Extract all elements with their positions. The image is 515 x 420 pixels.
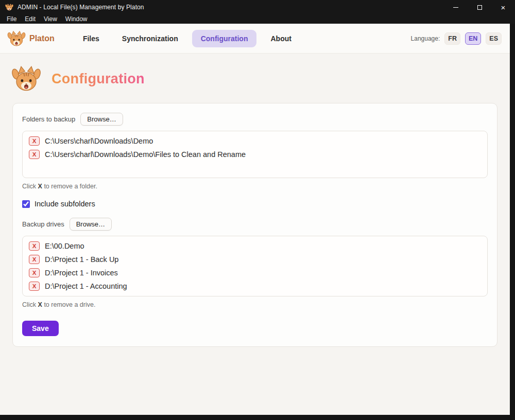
language-switcher: Language: FR EN ES bbox=[411, 32, 502, 45]
brand-name: Platon bbox=[29, 34, 55, 43]
window-title: ADMIN - Local File(s) Management by Plat… bbox=[18, 4, 144, 11]
maximize-button[interactable] bbox=[468, 0, 491, 14]
language-en-button[interactable]: EN bbox=[465, 32, 481, 45]
folder-row: X C:\Users\charl\Downloads\Demo bbox=[29, 136, 481, 146]
hint-text: to remove a drive. bbox=[42, 301, 96, 308]
drives-list: X E:\00.Demo X D:\Project 1 - Back Up X … bbox=[22, 236, 488, 296]
folder-path: C:\Users\charl\Downloads\Demo\Files to C… bbox=[45, 150, 246, 159]
hint-text: Click bbox=[22, 183, 38, 190]
nav-synchronization[interactable]: Synchronization bbox=[113, 30, 187, 47]
folders-hint: Click X to remove a folder. bbox=[22, 183, 488, 190]
window-controls: × bbox=[444, 0, 515, 14]
brand: Platon bbox=[7, 29, 55, 48]
folder-path: C:\Users\charl\Downloads\Demo bbox=[45, 137, 153, 145]
language-es-button[interactable]: ES bbox=[486, 32, 502, 45]
drive-row: X D:\Project 1 - Back Up bbox=[29, 255, 481, 264]
window-titlebar: ADMIN - Local File(s) Management by Plat… bbox=[0, 0, 515, 14]
include-subfolders-checkbox[interactable] bbox=[22, 200, 30, 208]
drive-row: X D:\Project 1 - Invoices bbox=[29, 268, 481, 277]
remove-drive-button[interactable]: X bbox=[29, 268, 40, 277]
brand-cat-icon bbox=[7, 29, 26, 48]
menu-edit[interactable]: Edit bbox=[21, 15, 39, 23]
folders-list: X C:\Users\charl\Downloads\Demo X C:\Use… bbox=[22, 131, 488, 178]
remove-folder-button[interactable]: X bbox=[29, 150, 40, 159]
drives-browse-button[interactable]: Browse… bbox=[70, 218, 112, 231]
drives-label: Backup drives bbox=[22, 220, 64, 228]
minimize-button[interactable] bbox=[444, 0, 468, 14]
nav-configuration[interactable]: Configuration bbox=[192, 30, 257, 47]
page-cat-icon bbox=[11, 64, 41, 94]
remove-drive-button[interactable]: X bbox=[29, 255, 40, 264]
remove-folder-button[interactable]: X bbox=[29, 136, 40, 146]
menu-file[interactable]: File bbox=[3, 15, 20, 23]
folders-label: Folders to backup bbox=[22, 115, 75, 123]
close-button[interactable]: × bbox=[491, 0, 515, 14]
page-head: Configuration bbox=[0, 54, 510, 95]
subfolders-row: Include subfolders bbox=[22, 200, 488, 208]
main-nav: Files Synchronization Configuration Abou… bbox=[74, 30, 300, 47]
menu-window[interactable]: Window bbox=[62, 15, 91, 23]
nav-about[interactable]: About bbox=[262, 30, 300, 47]
remove-drive-button[interactable]: X bbox=[29, 241, 40, 251]
minimize-icon bbox=[453, 7, 458, 8]
maximize-icon bbox=[477, 5, 482, 10]
folders-label-row: Folders to backup Browse… bbox=[22, 113, 488, 126]
page-title: Configuration bbox=[52, 71, 145, 87]
app-header: Platon Files Synchronization Configurati… bbox=[0, 24, 510, 54]
app-content: Platon Files Synchronization Configurati… bbox=[0, 24, 510, 415]
menu-bar: File Edit View Window bbox=[0, 14, 515, 24]
close-icon: × bbox=[501, 4, 506, 11]
hint-text: Click bbox=[22, 301, 38, 308]
drive-path: D:\Project 1 - Invoices bbox=[45, 269, 118, 277]
include-subfolders-label: Include subfolders bbox=[35, 200, 95, 208]
drive-path: D:\Project 1 - Accounting bbox=[45, 282, 127, 290]
drive-path: D:\Project 1 - Back Up bbox=[45, 255, 118, 264]
nav-files[interactable]: Files bbox=[74, 30, 108, 47]
hint-text: to remove a folder. bbox=[42, 183, 97, 190]
drive-row: X D:\Project 1 - Accounting bbox=[29, 282, 481, 291]
folders-browse-button[interactable]: Browse… bbox=[80, 113, 123, 126]
folder-row: X C:\Users\charl\Downloads\Demo\Files to… bbox=[29, 150, 481, 159]
configuration-card: Folders to backup Browse… X C:\Users\cha… bbox=[12, 103, 497, 347]
menu-view[interactable]: View bbox=[40, 15, 61, 23]
save-button[interactable]: Save bbox=[22, 321, 59, 336]
drives-hint: Click X to remove a drive. bbox=[22, 301, 488, 308]
drive-path: E:\00.Demo bbox=[45, 242, 84, 250]
drive-row: X E:\00.Demo bbox=[29, 241, 481, 251]
hint-x: X bbox=[38, 183, 42, 190]
remove-drive-button[interactable]: X bbox=[29, 282, 40, 291]
hint-x: X bbox=[38, 301, 42, 308]
language-label: Language: bbox=[411, 35, 440, 42]
language-fr-button[interactable]: FR bbox=[444, 32, 460, 45]
drives-label-row: Backup drives Browse… bbox=[22, 218, 488, 231]
app-icon bbox=[5, 3, 13, 11]
